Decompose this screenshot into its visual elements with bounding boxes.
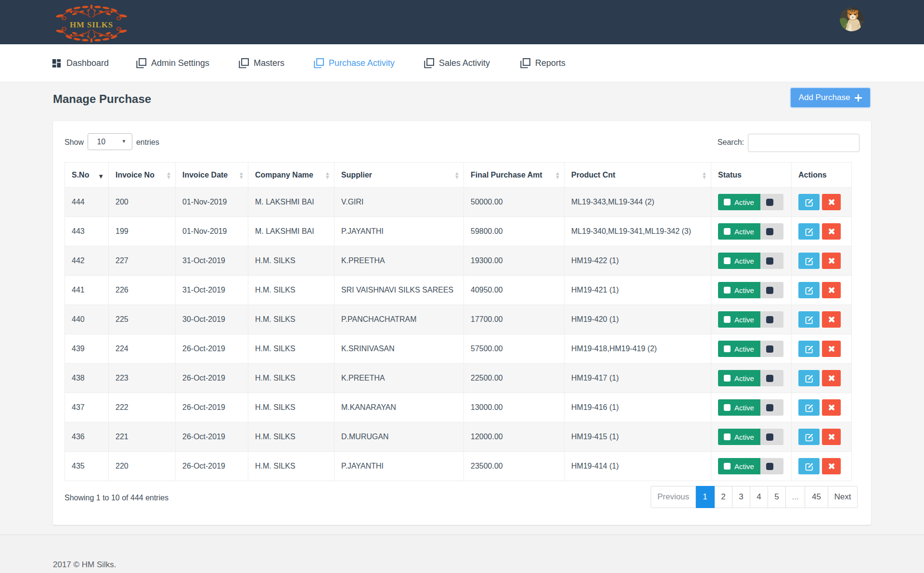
svg-text:HM SILKS: HM SILKS — [70, 20, 113, 29]
